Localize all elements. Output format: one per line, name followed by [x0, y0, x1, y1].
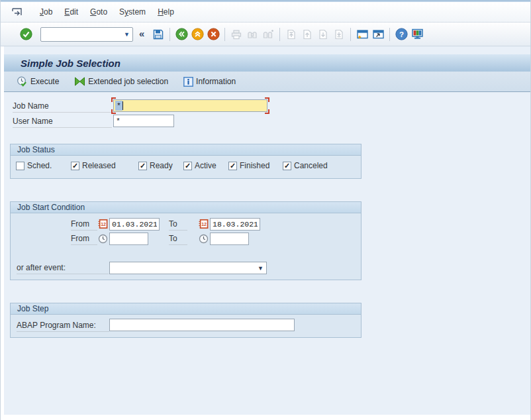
checkbox-canceled[interactable]: ✓ Canceled: [283, 161, 328, 170]
screen-area: Simple Job Selection Execute Extended jo…: [4, 46, 530, 415]
menu-bar: Job Edit Goto System Help: [1, 2, 530, 23]
focus-corner: [111, 109, 116, 114]
collapse-toolbar-icon[interactable]: «: [139, 28, 144, 39]
from-time-label: From: [71, 233, 97, 245]
command-input[interactable]: [44, 30, 122, 38]
next-page-icon: [315, 26, 331, 42]
command-field-box: ▼: [40, 27, 133, 42]
checkbox-sched[interactable]: Sched.: [16, 161, 52, 170]
text-cursor: [122, 101, 123, 110]
checkbox-box[interactable]: [16, 162, 24, 170]
checkbox-box[interactable]: ✓: [71, 162, 79, 170]
information-icon: [183, 77, 193, 87]
svg-text:12: 12: [101, 222, 106, 227]
checkbox-active[interactable]: ✓ Active: [183, 161, 217, 170]
page-up-exit-icon[interactable]: [189, 26, 205, 42]
exit-icon[interactable]: [205, 26, 221, 42]
toolbar-separator: [389, 28, 390, 41]
to-time-label: To: [169, 233, 187, 245]
checkbox-box[interactable]: ✓: [283, 162, 291, 170]
customize-layout-icon[interactable]: [409, 26, 425, 42]
back-icon[interactable]: [173, 26, 189, 42]
checkbox-ready[interactable]: ✓ Ready: [138, 161, 173, 170]
focus-corner: [265, 97, 269, 102]
menu-job[interactable]: Job: [34, 5, 58, 19]
to-time-input[interactable]: [210, 233, 249, 245]
to-date-input[interactable]: [210, 218, 260, 231]
from-date-label: From: [71, 218, 97, 231]
checkbox-released[interactable]: ✓ Released: [71, 161, 116, 170]
menu-system[interactable]: System: [113, 5, 152, 19]
information-button[interactable]: Information: [179, 75, 240, 89]
command-dropdown-icon[interactable]: ▼: [122, 31, 130, 38]
find-icon: [244, 26, 260, 42]
print-icon: [228, 26, 244, 42]
system-menu-icon[interactable]: [11, 7, 24, 17]
toolbar-separator: [350, 28, 351, 41]
to-date-label: To: [169, 218, 187, 231]
svg-text:?: ?: [399, 30, 404, 38]
job-status-group-title: Job Status: [11, 144, 361, 156]
job-name-value-selected: *: [115, 101, 122, 111]
from-time-input[interactable]: [109, 233, 148, 245]
spacer: [4, 46, 530, 54]
menu-edit[interactable]: Edit: [58, 5, 84, 19]
job-name-field[interactable]: *: [113, 99, 267, 112]
job-step-group-title: Job Step: [11, 303, 361, 315]
checkbox-finished[interactable]: ✓ Finished: [228, 161, 269, 170]
enter-icon[interactable]: [18, 26, 34, 42]
content-area: Job Name * User Name Job Status Sched.: [4, 92, 530, 415]
checkbox-box[interactable]: ✓: [138, 162, 147, 170]
clock-icon[interactable]: [98, 234, 108, 244]
page-title: Simple Job Selection: [21, 58, 121, 69]
focus-corner: [111, 97, 116, 102]
toolbar-separator: [279, 28, 280, 41]
last-page-icon: [331, 26, 347, 42]
help-icon[interactable]: ?: [393, 26, 409, 42]
menu-help[interactable]: Help: [152, 5, 180, 19]
find-next-icon: [260, 26, 276, 42]
first-page-icon: [283, 26, 299, 42]
execute-clock-icon: [17, 76, 28, 87]
after-event-label: or after event:: [17, 262, 109, 274]
dropdown-arrow-icon[interactable]: ▼: [258, 265, 264, 272]
save-icon[interactable]: [150, 26, 166, 42]
title-bar: Simple Job Selection: [4, 54, 530, 72]
job-start-condition-group-title: Job Start Condition: [11, 202, 361, 213]
new-session-icon[interactable]: [354, 26, 370, 42]
user-name-label: User Name: [13, 115, 112, 128]
selection-bowtie-icon: [74, 76, 85, 87]
checkbox-box[interactable]: ✓: [228, 162, 237, 170]
checkbox-box[interactable]: ✓: [183, 162, 192, 170]
previous-page-icon: [299, 26, 315, 42]
abap-program-name-input[interactable]: [109, 319, 295, 331]
extended-job-selection-button[interactable]: Extended job selection: [70, 74, 172, 89]
job-name-field-wrapper: *: [113, 99, 267, 112]
abap-program-name-label: ABAP Program Name:: [17, 319, 109, 332]
after-event-dropdown[interactable]: ▼: [109, 262, 267, 274]
sap-gui-window: Job Edit Goto System Help ▼ «: [0, 0, 531, 420]
calendar-icon[interactable]: 12: [97, 219, 108, 229]
job-step-group: Job Step ABAP Program Name:: [10, 303, 362, 338]
from-date-input[interactable]: [109, 218, 160, 231]
job-status-group: Job Status Sched. ✓ Released ✓ Ready ✓ A…: [10, 144, 362, 179]
window-bottom-strip: [1, 415, 530, 420]
toolbar-separator: [224, 28, 225, 41]
clock-icon[interactable]: [199, 234, 209, 244]
focus-corner: [265, 109, 269, 114]
standard-toolbar: ▼ «: [1, 23, 530, 46]
calendar-icon[interactable]: 12: [198, 219, 209, 229]
menu-goto[interactable]: Goto: [84, 5, 113, 19]
job-start-condition-group: Job Start Condition From 12 To 12: [10, 201, 362, 280]
execute-button[interactable]: Execute: [13, 74, 63, 89]
svg-text:12: 12: [201, 222, 207, 227]
toolbar-separator: [169, 28, 170, 41]
job-name-label: Job Name: [13, 100, 112, 113]
user-name-input[interactable]: [113, 115, 174, 127]
create-shortcut-icon[interactable]: [370, 26, 386, 42]
application-toolbar: Execute Extended job selection Informati…: [4, 72, 530, 92]
